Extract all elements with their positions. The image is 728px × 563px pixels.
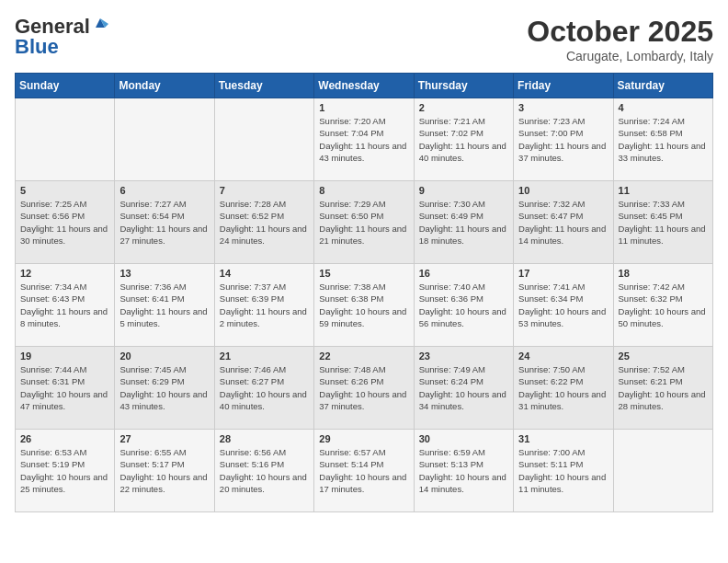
day-number: 7 xyxy=(220,185,309,196)
calendar-cell: 2Sunrise: 7:21 AM Sunset: 7:02 PM Daylig… xyxy=(414,98,513,181)
calendar-cell: 9Sunrise: 7:30 AM Sunset: 6:49 PM Daylig… xyxy=(414,181,513,264)
day-number: 2 xyxy=(419,102,508,113)
calendar-cell: 23Sunrise: 7:49 AM Sunset: 6:24 PM Dayli… xyxy=(414,347,513,430)
day-number: 3 xyxy=(518,102,608,113)
day-info: Sunrise: 6:53 AM Sunset: 5:19 PM Dayligh… xyxy=(20,446,109,495)
calendar-cell: 18Sunrise: 7:42 AM Sunset: 6:32 PM Dayli… xyxy=(613,264,712,347)
day-number: 14 xyxy=(220,268,309,279)
day-number: 5 xyxy=(20,185,109,196)
day-number: 28 xyxy=(220,433,309,444)
calendar-cell: 24Sunrise: 7:50 AM Sunset: 6:22 PM Dayli… xyxy=(514,347,613,430)
day-number: 1 xyxy=(319,102,408,113)
calendar-week-row: 19Sunrise: 7:44 AM Sunset: 6:31 PM Dayli… xyxy=(16,347,713,430)
day-number: 30 xyxy=(419,433,508,444)
day-number: 31 xyxy=(518,433,608,444)
day-number: 21 xyxy=(220,350,309,362)
day-number: 11 xyxy=(619,185,708,196)
calendar-cell xyxy=(16,98,115,181)
day-number: 29 xyxy=(319,433,408,444)
day-header-saturday: Saturday xyxy=(613,74,712,98)
calendar-cell xyxy=(214,98,313,181)
calendar-cell: 4Sunrise: 7:24 AM Sunset: 6:58 PM Daylig… xyxy=(613,98,712,181)
day-info: Sunrise: 7:00 AM Sunset: 5:11 PM Dayligh… xyxy=(518,446,608,495)
day-info: Sunrise: 7:24 AM Sunset: 6:58 PM Dayligh… xyxy=(619,115,708,164)
page-header: General Blue October 2025 Carugate, Lomb… xyxy=(15,15,713,63)
calendar-cell: 7Sunrise: 7:28 AM Sunset: 6:52 PM Daylig… xyxy=(214,181,313,264)
day-number: 24 xyxy=(518,350,608,362)
calendar-header-row: SundayMondayTuesdayWednesdayThursdayFrid… xyxy=(16,74,713,98)
day-info: Sunrise: 7:34 AM Sunset: 6:43 PM Dayligh… xyxy=(20,281,109,329)
day-number: 10 xyxy=(518,185,608,196)
day-info: Sunrise: 6:55 AM Sunset: 5:17 PM Dayligh… xyxy=(119,446,209,495)
calendar-cell: 6Sunrise: 7:27 AM Sunset: 6:54 PM Daylig… xyxy=(115,181,214,264)
day-info: Sunrise: 7:42 AM Sunset: 6:32 PM Dayligh… xyxy=(619,281,708,329)
calendar-cell: 31Sunrise: 7:00 AM Sunset: 5:11 PM Dayli… xyxy=(514,430,613,512)
calendar-cell: 28Sunrise: 6:56 AM Sunset: 5:16 PM Dayli… xyxy=(214,430,313,512)
calendar-cell: 3Sunrise: 7:23 AM Sunset: 7:00 PM Daylig… xyxy=(514,98,613,181)
calendar-cell: 22Sunrise: 7:48 AM Sunset: 6:26 PM Dayli… xyxy=(314,347,414,430)
day-number: 15 xyxy=(319,268,408,279)
day-number: 9 xyxy=(419,185,508,196)
calendar-cell: 27Sunrise: 6:55 AM Sunset: 5:17 PM Dayli… xyxy=(115,430,214,512)
day-header-tuesday: Tuesday xyxy=(214,74,313,98)
day-info: Sunrise: 7:38 AM Sunset: 6:38 PM Dayligh… xyxy=(319,281,408,329)
calendar-cell: 19Sunrise: 7:44 AM Sunset: 6:31 PM Dayli… xyxy=(16,347,115,430)
day-header-thursday: Thursday xyxy=(414,74,513,98)
day-info: Sunrise: 7:30 AM Sunset: 6:49 PM Dayligh… xyxy=(419,198,508,247)
day-info: Sunrise: 7:48 AM Sunset: 6:26 PM Dayligh… xyxy=(319,363,408,412)
calendar-week-row: 1Sunrise: 7:20 AM Sunset: 7:04 PM Daylig… xyxy=(16,98,713,181)
calendar-cell: 16Sunrise: 7:40 AM Sunset: 6:36 PM Dayli… xyxy=(414,264,513,347)
location-subtitle: Carugate, Lombardy, Italy xyxy=(527,49,713,63)
title-block: October 2025 Carugate, Lombardy, Italy xyxy=(527,15,713,63)
logo: General Blue xyxy=(15,15,108,59)
calendar-cell xyxy=(115,98,214,181)
day-info: Sunrise: 7:45 AM Sunset: 6:29 PM Dayligh… xyxy=(119,363,209,412)
day-header-sunday: Sunday xyxy=(16,74,115,98)
day-info: Sunrise: 7:36 AM Sunset: 6:41 PM Dayligh… xyxy=(119,281,209,329)
day-info: Sunrise: 6:57 AM Sunset: 5:14 PM Dayligh… xyxy=(319,446,408,495)
calendar-week-row: 26Sunrise: 6:53 AM Sunset: 5:19 PM Dayli… xyxy=(16,430,713,512)
day-info: Sunrise: 6:59 AM Sunset: 5:13 PM Dayligh… xyxy=(419,446,508,495)
day-info: Sunrise: 7:32 AM Sunset: 6:47 PM Dayligh… xyxy=(518,198,608,247)
calendar-cell: 10Sunrise: 7:32 AM Sunset: 6:47 PM Dayli… xyxy=(514,181,613,264)
day-number: 12 xyxy=(20,268,109,279)
day-info: Sunrise: 7:41 AM Sunset: 6:34 PM Dayligh… xyxy=(518,281,608,329)
calendar-cell: 20Sunrise: 7:45 AM Sunset: 6:29 PM Dayli… xyxy=(115,347,214,430)
day-info: Sunrise: 7:21 AM Sunset: 7:02 PM Dayligh… xyxy=(419,115,508,164)
day-info: Sunrise: 7:37 AM Sunset: 6:39 PM Dayligh… xyxy=(220,281,309,329)
day-header-monday: Monday xyxy=(115,74,214,98)
day-number: 26 xyxy=(20,433,109,444)
day-number: 6 xyxy=(119,185,209,196)
calendar-week-row: 12Sunrise: 7:34 AM Sunset: 6:43 PM Dayli… xyxy=(16,264,713,347)
day-info: Sunrise: 7:52 AM Sunset: 6:21 PM Dayligh… xyxy=(619,363,708,412)
calendar-cell: 15Sunrise: 7:38 AM Sunset: 6:38 PM Dayli… xyxy=(314,264,414,347)
day-number: 17 xyxy=(518,268,608,279)
day-info: Sunrise: 7:44 AM Sunset: 6:31 PM Dayligh… xyxy=(20,363,109,412)
calendar-cell: 29Sunrise: 6:57 AM Sunset: 5:14 PM Dayli… xyxy=(314,430,414,512)
calendar-cell xyxy=(613,430,712,512)
calendar-week-row: 5Sunrise: 7:25 AM Sunset: 6:56 PM Daylig… xyxy=(16,181,713,264)
calendar-cell: 1Sunrise: 7:20 AM Sunset: 7:04 PM Daylig… xyxy=(314,98,414,181)
day-number: 27 xyxy=(119,433,209,444)
day-info: Sunrise: 6:56 AM Sunset: 5:16 PM Dayligh… xyxy=(220,446,309,495)
day-number: 23 xyxy=(419,350,508,362)
day-number: 13 xyxy=(119,268,209,279)
day-number: 8 xyxy=(319,185,408,196)
calendar-cell: 12Sunrise: 7:34 AM Sunset: 6:43 PM Dayli… xyxy=(16,264,115,347)
calendar-cell: 25Sunrise: 7:52 AM Sunset: 6:21 PM Dayli… xyxy=(613,347,712,430)
day-info: Sunrise: 7:50 AM Sunset: 6:22 PM Dayligh… xyxy=(518,363,608,412)
day-number: 18 xyxy=(619,268,708,279)
calendar-cell: 21Sunrise: 7:46 AM Sunset: 6:27 PM Dayli… xyxy=(214,347,313,430)
logo-blue: Blue xyxy=(15,35,59,59)
day-number: 19 xyxy=(20,350,109,362)
day-number: 25 xyxy=(619,350,708,362)
day-info: Sunrise: 7:20 AM Sunset: 7:04 PM Dayligh… xyxy=(319,115,408,164)
day-info: Sunrise: 7:40 AM Sunset: 6:36 PM Dayligh… xyxy=(419,281,508,329)
day-number: 22 xyxy=(319,350,408,362)
day-info: Sunrise: 7:25 AM Sunset: 6:56 PM Dayligh… xyxy=(20,198,109,247)
calendar-cell: 13Sunrise: 7:36 AM Sunset: 6:41 PM Dayli… xyxy=(115,264,214,347)
calendar-table: SundayMondayTuesdayWednesdayThursdayFrid… xyxy=(15,73,713,512)
day-number: 20 xyxy=(119,350,209,362)
day-header-friday: Friday xyxy=(514,74,613,98)
day-number: 4 xyxy=(619,102,708,113)
